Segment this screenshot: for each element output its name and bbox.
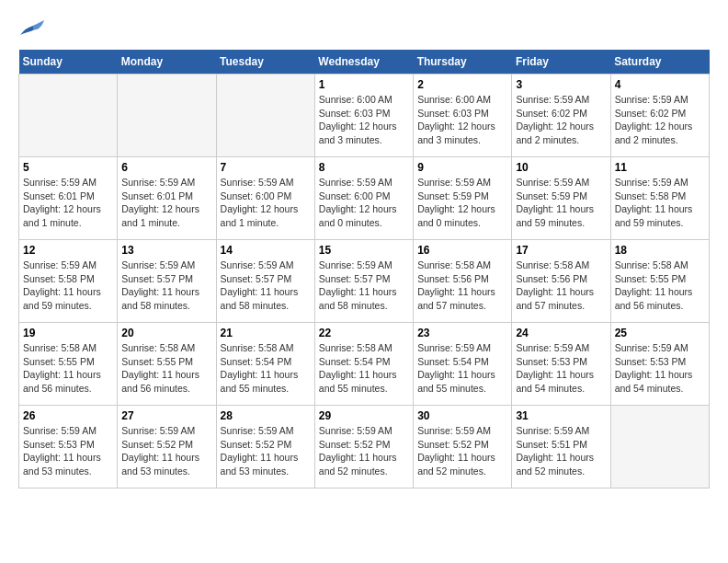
day-info: Sunrise: 5:59 AM Sunset: 6:00 PM Dayligh… [319, 176, 409, 230]
calendar-cell: 14Sunrise: 5:59 AM Sunset: 5:57 PM Dayli… [216, 240, 314, 323]
day-number: 16 [417, 244, 507, 257]
day-number: 31 [516, 409, 606, 422]
calendar-cell: 25Sunrise: 5:59 AM Sunset: 5:53 PM Dayli… [610, 323, 709, 406]
calendar-cell: 28Sunrise: 5:59 AM Sunset: 5:52 PM Dayli… [216, 406, 314, 488]
day-number: 2 [417, 78, 507, 91]
calendar-cell: 26Sunrise: 5:59 AM Sunset: 5:53 PM Dayli… [19, 406, 118, 488]
calendar-cell: 2Sunrise: 6:00 AM Sunset: 6:03 PM Daylig… [414, 75, 512, 157]
day-info: Sunrise: 5:59 AM Sunset: 5:52 PM Dayligh… [319, 424, 409, 478]
calendar-cell [610, 406, 709, 488]
weekday-header-monday: Monday [118, 50, 216, 75]
calendar-cell: 5Sunrise: 5:59 AM Sunset: 6:01 PM Daylig… [19, 157, 118, 240]
calendar-cell: 30Sunrise: 5:59 AM Sunset: 5:52 PM Dayli… [414, 406, 512, 488]
calendar-cell [216, 75, 314, 157]
day-info: Sunrise: 5:59 AM Sunset: 5:53 PM Dayligh… [615, 341, 705, 396]
calendar-cell [19, 75, 118, 157]
day-info: Sunrise: 5:59 AM Sunset: 5:52 PM Dayligh… [417, 424, 507, 478]
day-number: 11 [615, 161, 705, 174]
calendar-table: SundayMondayTuesdayWednesdayThursdayFrid… [18, 50, 710, 488]
day-number: 7 [221, 161, 311, 174]
calendar-cell: 6Sunrise: 5:59 AM Sunset: 6:01 PM Daylig… [118, 157, 216, 240]
day-info: Sunrise: 5:59 AM Sunset: 5:52 PM Dayligh… [121, 424, 211, 478]
week-row-4: 19Sunrise: 5:58 AM Sunset: 5:55 PM Dayli… [19, 323, 710, 406]
calendar-cell: 12Sunrise: 5:59 AM Sunset: 5:58 PM Dayli… [19, 240, 118, 323]
day-info: Sunrise: 5:58 AM Sunset: 5:55 PM Dayligh… [23, 341, 113, 396]
day-info: Sunrise: 5:58 AM Sunset: 5:56 PM Dayligh… [516, 259, 606, 313]
calendar-cell: 8Sunrise: 5:59 AM Sunset: 6:00 PM Daylig… [314, 157, 413, 240]
weekday-header-saturday: Saturday [610, 50, 709, 75]
day-info: Sunrise: 5:59 AM Sunset: 6:01 PM Dayligh… [121, 176, 211, 230]
day-number: 9 [417, 161, 507, 174]
calendar-cell: 13Sunrise: 5:59 AM Sunset: 5:57 PM Dayli… [118, 240, 216, 323]
day-info: Sunrise: 5:59 AM Sunset: 5:58 PM Dayligh… [615, 176, 705, 230]
day-number: 14 [221, 244, 311, 257]
day-number: 24 [516, 327, 606, 339]
day-info: Sunrise: 5:59 AM Sunset: 5:51 PM Dayligh… [516, 424, 606, 478]
day-number: 8 [319, 161, 409, 174]
day-info: Sunrise: 5:58 AM Sunset: 5:54 PM Dayligh… [221, 341, 311, 396]
week-row-5: 26Sunrise: 5:59 AM Sunset: 5:53 PM Dayli… [19, 406, 710, 488]
day-number: 19 [23, 327, 113, 339]
day-info: Sunrise: 5:59 AM Sunset: 5:57 PM Dayligh… [319, 259, 409, 313]
week-row-3: 12Sunrise: 5:59 AM Sunset: 5:58 PM Dayli… [19, 240, 710, 323]
day-info: Sunrise: 5:58 AM Sunset: 5:54 PM Dayligh… [319, 341, 409, 396]
day-info: Sunrise: 5:59 AM Sunset: 5:53 PM Dayligh… [23, 424, 113, 478]
day-number: 15 [319, 244, 409, 257]
day-number: 10 [516, 161, 606, 174]
day-info: Sunrise: 5:58 AM Sunset: 5:56 PM Dayligh… [417, 259, 507, 313]
day-info: Sunrise: 5:59 AM Sunset: 5:53 PM Dayligh… [516, 341, 606, 396]
day-info: Sunrise: 5:59 AM Sunset: 5:52 PM Dayligh… [221, 424, 311, 478]
day-number: 3 [516, 78, 606, 91]
calendar-cell: 11Sunrise: 5:59 AM Sunset: 5:58 PM Dayli… [610, 157, 709, 240]
day-number: 1 [319, 78, 409, 91]
calendar-cell: 19Sunrise: 5:58 AM Sunset: 5:55 PM Dayli… [19, 323, 118, 406]
page-header [18, 18, 710, 40]
weekday-header-thursday: Thursday [414, 50, 512, 75]
calendar-cell: 24Sunrise: 5:59 AM Sunset: 5:53 PM Dayli… [512, 323, 610, 406]
day-info: Sunrise: 5:59 AM Sunset: 5:57 PM Dayligh… [221, 259, 311, 313]
week-row-2: 5Sunrise: 5:59 AM Sunset: 6:01 PM Daylig… [19, 157, 710, 240]
day-info: Sunrise: 5:58 AM Sunset: 5:55 PM Dayligh… [615, 259, 705, 313]
calendar-cell [118, 75, 216, 157]
day-number: 25 [615, 327, 705, 339]
day-number: 17 [516, 244, 606, 257]
day-info: Sunrise: 5:59 AM Sunset: 6:01 PM Dayligh… [23, 176, 113, 230]
calendar-cell: 17Sunrise: 5:58 AM Sunset: 5:56 PM Dayli… [512, 240, 610, 323]
logo-bird-icon [18, 18, 46, 40]
weekday-header-tuesday: Tuesday [216, 50, 314, 75]
day-info: Sunrise: 5:59 AM Sunset: 5:59 PM Dayligh… [417, 176, 507, 230]
calendar-cell: 15Sunrise: 5:59 AM Sunset: 5:57 PM Dayli… [314, 240, 413, 323]
day-info: Sunrise: 6:00 AM Sunset: 6:03 PM Dayligh… [319, 93, 409, 147]
day-number: 13 [121, 244, 211, 257]
calendar-cell: 16Sunrise: 5:58 AM Sunset: 5:56 PM Dayli… [414, 240, 512, 323]
calendar-cell: 4Sunrise: 5:59 AM Sunset: 6:02 PM Daylig… [610, 75, 709, 157]
day-number: 18 [615, 244, 705, 257]
calendar-cell: 3Sunrise: 5:59 AM Sunset: 6:02 PM Daylig… [512, 75, 610, 157]
day-info: Sunrise: 5:59 AM Sunset: 5:57 PM Dayligh… [121, 259, 211, 313]
weekday-header-wednesday: Wednesday [314, 50, 413, 75]
day-number: 22 [319, 327, 409, 339]
day-info: Sunrise: 5:58 AM Sunset: 5:55 PM Dayligh… [121, 341, 211, 396]
day-number: 12 [23, 244, 113, 257]
weekday-header-friday: Friday [512, 50, 610, 75]
day-number: 20 [121, 327, 211, 339]
day-number: 28 [221, 409, 311, 422]
day-number: 23 [417, 327, 507, 339]
calendar-cell: 27Sunrise: 5:59 AM Sunset: 5:52 PM Dayli… [118, 406, 216, 488]
day-number: 5 [23, 161, 113, 174]
calendar-cell: 31Sunrise: 5:59 AM Sunset: 5:51 PM Dayli… [512, 406, 610, 488]
weekday-header-sunday: Sunday [19, 50, 118, 75]
calendar-cell: 18Sunrise: 5:58 AM Sunset: 5:55 PM Dayli… [610, 240, 709, 323]
calendar-cell: 10Sunrise: 5:59 AM Sunset: 5:59 PM Dayli… [512, 157, 610, 240]
day-info: Sunrise: 6:00 AM Sunset: 6:03 PM Dayligh… [417, 93, 507, 147]
day-number: 4 [615, 78, 705, 91]
calendar-cell: 23Sunrise: 5:59 AM Sunset: 5:54 PM Dayli… [414, 323, 512, 406]
calendar-cell: 1Sunrise: 6:00 AM Sunset: 6:03 PM Daylig… [314, 75, 413, 157]
day-info: Sunrise: 5:59 AM Sunset: 5:59 PM Dayligh… [516, 176, 606, 230]
day-number: 6 [121, 161, 211, 174]
day-info: Sunrise: 5:59 AM Sunset: 6:00 PM Dayligh… [221, 176, 311, 230]
calendar-cell: 7Sunrise: 5:59 AM Sunset: 6:00 PM Daylig… [216, 157, 314, 240]
calendar-cell: 9Sunrise: 5:59 AM Sunset: 5:59 PM Daylig… [414, 157, 512, 240]
day-number: 26 [23, 409, 113, 422]
day-number: 21 [221, 327, 311, 339]
